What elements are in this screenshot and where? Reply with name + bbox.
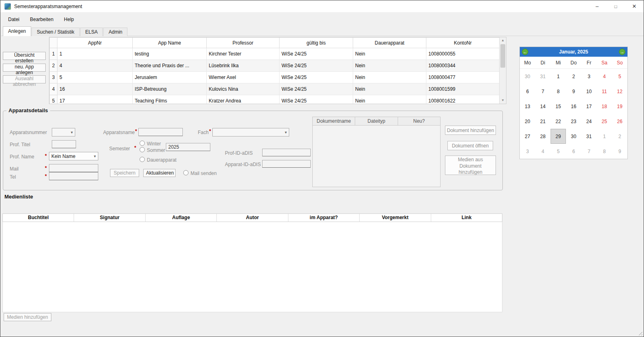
semester-year-field[interactable]: 2025 (166, 143, 210, 151)
calendar-day[interactable]: 30 (520, 69, 535, 84)
grid-col-dauerapparat[interactable]: Dauerapparat (353, 38, 426, 48)
calendar-day[interactable]: 4 (597, 69, 612, 84)
grid-vertical-scrollbar[interactable]: ▲ ▼ (499, 37, 506, 104)
sommer-radio[interactable] (140, 147, 145, 152)
table-row[interactable]: 517Teaching FilmsKratzer AndreaWiSe 24/2… (50, 95, 500, 105)
doc-col-dokumentname[interactable]: Dokumentname (313, 117, 355, 125)
calendar-day[interactable]: 5 (551, 144, 566, 159)
medien-col-vorgemerkt[interactable]: Vorgemerkt (360, 214, 431, 222)
medien-col-im-apparat[interactable]: im Apparat? (288, 214, 360, 222)
calendar-day[interactable]: 6 (520, 84, 535, 99)
calendar-day[interactable]: 28 (535, 129, 551, 144)
calendar-day[interactable]: 8 (597, 144, 612, 159)
calendar-day[interactable]: 22 (551, 114, 566, 129)
calendar-day[interactable]: 25 (597, 114, 612, 129)
calendar-day[interactable]: 1 (551, 69, 566, 84)
table-row[interactable]: 11testingKirchner TesterWiSe 24/25Nein10… (50, 48, 500, 60)
medien-col-auflage[interactable]: Auflage (146, 214, 217, 222)
prof-titel-field[interactable] (52, 140, 76, 148)
table-row[interactable]: 35JerusalemWiemer AxelWiSe 24/25Nein1008… (50, 72, 500, 83)
mail-field[interactable] (49, 164, 98, 172)
dokument-hinzufuegen-button[interactable]: Dokument hinzufügen (445, 126, 496, 135)
calendar-day[interactable]: 14 (535, 99, 551, 114)
calendar-day[interactable]: 31 (581, 129, 597, 144)
auswahl-abbrechen-button[interactable]: Auswahl abbrechen (3, 75, 46, 83)
menu-item-help[interactable]: Help (59, 14, 79, 25)
calendar-day[interactable]: 8 (551, 84, 566, 99)
minimize-button[interactable]: – (588, 0, 606, 13)
aktualisieren-button[interactable]: Aktualisieren (143, 169, 176, 177)
prof-id-adis-field[interactable] (262, 149, 311, 156)
tab-elsa[interactable]: ELSA (80, 28, 103, 36)
calendar-day[interactable]: 9 (566, 84, 581, 99)
calendar-day[interactable]: 11 (597, 84, 612, 99)
calendar-day[interactable]: 26 (612, 114, 627, 129)
grid-col-app-name[interactable]: App Name (133, 38, 207, 48)
grid-col-kontonr[interactable]: KontoNr (426, 38, 500, 48)
calendar-day[interactable]: 18 (597, 99, 612, 114)
calendar-day[interactable]: 7 (581, 144, 597, 159)
medien-col-buchtitel[interactable]: Buchtitel (3, 214, 74, 222)
calendar-day[interactable]: 4 (535, 144, 551, 159)
calendar-day[interactable]: 16 (566, 99, 581, 114)
doc-col-dateityp[interactable]: Dateityp (355, 117, 398, 125)
grid-col-gueltig-bis[interactable]: gültig bis (280, 38, 353, 48)
calendar-day[interactable]: 27 (520, 129, 535, 144)
mail-senden-checkbox[interactable] (183, 170, 189, 175)
grid-col-professor[interactable]: Professor (207, 38, 280, 48)
calendar-next-icon[interactable]: → (619, 49, 625, 55)
calendar-day[interactable]: 3 (520, 144, 535, 159)
medien-col-signatur[interactable]: Signatur (74, 214, 145, 222)
neu-app-anlegen-button[interactable]: neu. App anlegen (3, 64, 46, 72)
calendar-day[interactable]: 21 (535, 114, 551, 129)
medien-col-link[interactable]: Link (431, 214, 502, 222)
calendar-day[interactable]: 13 (520, 99, 535, 114)
calendar-day[interactable]: 24 (581, 114, 597, 129)
calendar-day[interactable]: 23 (566, 114, 581, 129)
speichern-button[interactable]: Speichern (110, 169, 139, 177)
table-row[interactable]: 416ISP-BetreuungKulovics NinaWiSe 24/25N… (50, 83, 500, 95)
medien-aus-dokument-button[interactable]: Medien aus Dokument hinzufügen (445, 156, 496, 175)
scrollbar-thumb[interactable] (500, 44, 505, 68)
menu-item-datei[interactable]: Datei (3, 14, 25, 25)
calendar-day[interactable]: 7 (535, 84, 551, 99)
doc-col-neu[interactable]: Neu? (398, 117, 440, 125)
calendar-prev-icon[interactable]: ← (522, 49, 528, 55)
apparatsname-field[interactable] (138, 128, 183, 136)
apparatsnummer-combo[interactable]: ▾ (52, 128, 75, 137)
calendar-day-selected[interactable]: 29 (551, 129, 566, 144)
grid-col-appnr[interactable]: AppNr (57, 38, 133, 48)
calendar-day[interactable]: 1 (597, 129, 612, 144)
calendar-day[interactable]: 15 (551, 99, 566, 114)
fach-combo[interactable]: ▾ (212, 128, 289, 137)
calendar-day[interactable]: 17 (581, 99, 597, 114)
apparat-id-adis-field[interactable] (262, 160, 311, 168)
maximize-button[interactable]: □ (606, 0, 625, 13)
calendar-day[interactable]: 3 (581, 69, 597, 84)
uebersicht-erstellen-button[interactable]: Übersicht erstellen (3, 52, 46, 60)
calendar-day[interactable]: 5 (612, 69, 627, 84)
calendar-day[interactable]: 12 (612, 84, 627, 99)
winter-radio[interactable] (140, 141, 145, 146)
calendar-day[interactable]: 31 (535, 69, 551, 84)
menu-item-bearbeiten[interactable]: Bearbeiten (25, 14, 59, 25)
calendar-day[interactable]: 19 (612, 99, 627, 114)
tab-suchen-statistik[interactable]: Suchen / Statistik (32, 28, 80, 36)
table-row[interactable]: 24Theorie und Praxis der ...Lüsebrink Il… (50, 60, 500, 72)
medien-col-autor[interactable]: Autor (217, 214, 288, 222)
prof-name-combo[interactable]: Kein Name ▾ (49, 152, 98, 160)
dokument-oeffnen-button[interactable]: Dokument öffnen (447, 141, 493, 150)
close-button[interactable]: ✕ (625, 0, 644, 13)
calendar-day[interactable]: 2 (566, 69, 581, 84)
scroll-down-icon[interactable]: ▼ (500, 97, 506, 104)
calendar-day[interactable]: 10 (581, 84, 597, 99)
calendar-day[interactable]: 9 (612, 144, 627, 159)
scroll-up-icon[interactable]: ▲ (500, 37, 506, 44)
tab-admin[interactable]: Admin (103, 28, 127, 36)
calendar-title[interactable]: Januar, 2025 (528, 49, 619, 55)
dauerapparat-radio[interactable] (140, 157, 145, 162)
tab-anlegen[interactable]: Anlegen (3, 26, 31, 36)
medien-hinzufuegen-button[interactable]: Medien hinzufügen (4, 313, 51, 321)
calendar-day[interactable]: 20 (520, 114, 535, 129)
calendar-day[interactable]: 30 (566, 129, 581, 144)
